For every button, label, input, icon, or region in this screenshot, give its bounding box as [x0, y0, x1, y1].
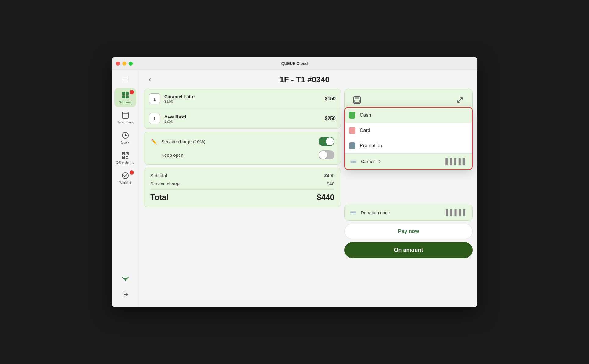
sidebar-item-qr-ordering[interactable]: QR ordering	[114, 148, 136, 167]
grid-icon	[121, 91, 129, 99]
sidebar-item-quick[interactable]: Quick	[114, 128, 136, 147]
total-value: $440	[317, 193, 334, 202]
main-content: ‹ 1F - T1 #0340 1 Caramel Latte $150	[139, 70, 477, 307]
sidebar-label-quick: Quick	[121, 141, 129, 144]
service-charge-value: $40	[327, 181, 334, 186]
svg-rect-1	[126, 92, 129, 95]
main-header: ‹ 1F - T1 #0340	[139, 70, 477, 89]
item-total: $250	[325, 116, 336, 121]
service-charge-toggle[interactable]	[319, 137, 334, 146]
traffic-lights	[116, 62, 133, 66]
donation-code-card: ⌨️ Donation code ▌▌▌▌▌	[344, 205, 473, 221]
app-body: Sections Tab orders Quick	[112, 70, 477, 307]
close-button[interactable]	[116, 62, 120, 66]
svg-rect-0	[122, 92, 125, 95]
promo-dot	[349, 142, 355, 149]
page-title: 1F - T1 #0340	[159, 75, 451, 84]
svg-rect-12	[123, 157, 124, 158]
toggle-thumb	[326, 137, 334, 145]
sections-badge	[130, 90, 134, 94]
cash-dot	[349, 112, 355, 119]
split-icon[interactable]	[454, 94, 466, 108]
svg-rect-15	[126, 158, 127, 159]
barcode-icon-2: ▌▌▌▌▌	[446, 209, 467, 216]
sidebar-item-worklist[interactable]: Worklist	[114, 169, 136, 187]
svg-rect-5	[123, 113, 125, 114]
item-name: Acai Bowl	[164, 114, 325, 119]
table-row: 1 Acai Bowl $250 $250	[144, 109, 341, 128]
keep-open-toggle[interactable]	[319, 150, 334, 159]
svg-rect-11	[127, 153, 128, 154]
titlebar: QUEUE Cloud	[112, 57, 477, 70]
left-panel: 1 Caramel Latte $150 $150 1 Acai Bowl	[144, 89, 341, 302]
main-panels: 1 Caramel Latte $150 $150 1 Acai Bowl	[139, 89, 477, 307]
wifi-icon[interactable]	[120, 273, 131, 286]
right-top-bar	[351, 94, 466, 108]
item-info: Caramel Latte $150	[164, 94, 325, 104]
payment-method-dropdown: Cash Card Promotion	[344, 107, 473, 170]
cash-label: Cash	[360, 112, 371, 118]
right-panel: Cash Card Promotion	[344, 89, 473, 302]
hamburger-menu[interactable]	[120, 73, 131, 84]
svg-rect-3	[126, 95, 129, 98]
quantity-box: 1	[149, 113, 160, 124]
svg-rect-14	[127, 156, 128, 157]
payment-option-cash[interactable]: Cash	[345, 108, 472, 123]
keyboard-icon-2: ⌨️	[350, 209, 356, 216]
app-window: QUEUE Cloud Sections	[112, 57, 477, 307]
donation-code-label: Donation code	[361, 210, 441, 215]
sidebar-label-worklist: Worklist	[119, 181, 131, 184]
keyboard-icon: ⌨️	[350, 158, 357, 165]
item-unit-price: $150	[164, 99, 325, 104]
keep-open-label: Keep open	[161, 152, 315, 158]
worklist-icon	[121, 172, 129, 180]
payment-option-card[interactable]: Card	[345, 123, 472, 138]
qr-icon	[121, 152, 129, 159]
subtotal-value: $400	[324, 173, 334, 178]
app-title: QUEUE Cloud	[281, 61, 308, 66]
summary-divider	[150, 189, 334, 190]
svg-rect-10	[123, 153, 124, 154]
logout-icon[interactable]	[120, 289, 131, 302]
item-total: $150	[325, 96, 336, 102]
total-label: Total	[150, 193, 169, 202]
sidebar-bottom	[120, 273, 131, 307]
service-charge-label: Service charge	[150, 181, 181, 186]
donation-code-row[interactable]: ⌨️ Donation code ▌▌▌▌▌	[345, 205, 472, 220]
sidebar-item-tab-orders[interactable]: Tab orders	[114, 108, 136, 127]
total-row: Total $440	[150, 193, 334, 202]
svg-rect-21	[355, 100, 359, 103]
service-charge-row: Service charge $40	[150, 181, 334, 186]
subtotal-row: Subtotal $400	[150, 173, 334, 178]
minimize-button[interactable]	[122, 62, 126, 66]
keep-open-row: Keep open	[150, 150, 334, 159]
sidebar-label-qr-ordering: QR ordering	[116, 161, 134, 164]
carrier-id-label: Carrier ID	[361, 159, 441, 164]
on-amount-button[interactable]: On amount	[344, 242, 473, 258]
item-name: Caramel Latte	[164, 94, 325, 99]
subtotal-label: Subtotal	[150, 173, 167, 178]
sidebar-label-tab-orders: Tab orders	[117, 120, 133, 124]
sidebar-item-sections[interactable]: Sections	[114, 88, 136, 107]
maximize-button[interactable]	[129, 62, 133, 66]
card-label: Card	[360, 128, 370, 133]
toggle-thumb	[319, 151, 327, 159]
sidebar: Sections Tab orders Quick	[112, 70, 139, 307]
carrier-id-row[interactable]: ⌨️ Carrier ID ▌▌▌▌▌	[345, 153, 472, 169]
svg-rect-16	[127, 158, 128, 159]
card-dot	[349, 127, 355, 134]
svg-point-18	[125, 280, 126, 281]
promo-label: Promotion	[360, 143, 382, 148]
options-card: ✏️ Service charge (10%) Keep open	[144, 132, 341, 165]
service-charge-row: ✏️ Service charge (10%)	[150, 137, 334, 146]
pay-now-button[interactable]: Pay now	[344, 224, 473, 239]
table-row: 1 Caramel Latte $150 $150	[144, 89, 341, 109]
tab-icon	[121, 111, 129, 119]
save-icon[interactable]	[351, 94, 363, 108]
svg-rect-13	[126, 156, 127, 157]
order-items-card: 1 Caramel Latte $150 $150 1 Acai Bowl	[144, 89, 341, 129]
quick-icon	[121, 131, 129, 139]
svg-rect-2	[122, 95, 125, 98]
back-button[interactable]: ‹	[146, 74, 154, 85]
payment-option-promotion[interactable]: Promotion	[345, 138, 472, 153]
